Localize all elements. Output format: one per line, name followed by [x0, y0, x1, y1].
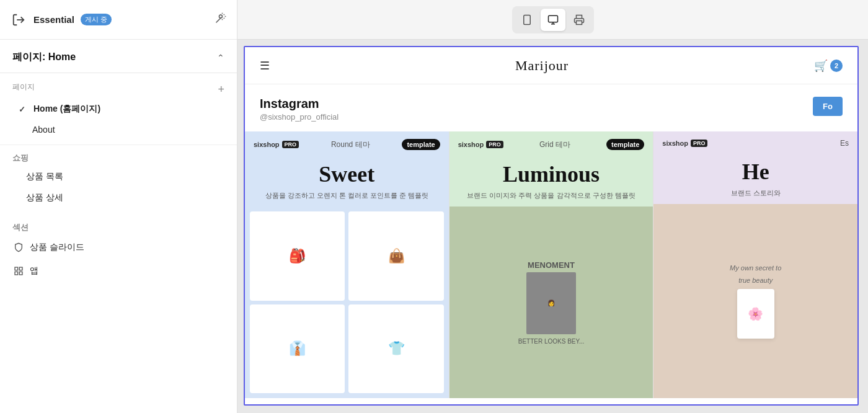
brand-pro-luminous: PRO	[486, 141, 503, 148]
card-header-he: sixshop PRO Es	[653, 131, 857, 154]
about-page-label: About	[32, 125, 55, 135]
brand-name-sweet: sixshop	[254, 141, 280, 148]
card-brand-luminous: sixshop PRO	[458, 141, 503, 148]
card-type-he: Es	[840, 139, 849, 148]
product-list-label: 상품 목록	[26, 171, 63, 182]
shield-icon	[12, 241, 25, 254]
sidebar-header-left: Essential 게시 중	[10, 11, 112, 29]
card-brand-he: sixshop PRO	[662, 140, 707, 147]
svg-rect-11	[576, 20, 582, 24]
card-brand-sweet: sixshop PRO	[254, 141, 299, 148]
template-badge-sweet: template	[402, 139, 440, 150]
page-section-title: 페이지: Home	[12, 51, 76, 64]
sidebar-item-product-detail[interactable]: 상품 상세	[6, 187, 231, 208]
instagram-handle: @sixshop_pro_official	[260, 112, 339, 122]
svg-rect-8	[548, 16, 557, 22]
sidebar-item-product-list[interactable]: 상품 목록	[6, 166, 231, 187]
home-page-label: Home (홈페이지)	[33, 104, 100, 115]
template-cards: sixshop PRO Round 테마 template Sweet 상품을 …	[245, 131, 857, 398]
preview-frame: ☰ Marijour 🛒 2 Instagram @sixshop_pro_of…	[244, 46, 859, 406]
follow-button[interactable]: Fo	[813, 97, 843, 116]
svg-line-1	[216, 17, 221, 22]
template-card-he: sixshop PRO Es He 브랜드 스토리와 My own secret…	[653, 131, 857, 398]
app-label: 앱	[30, 265, 38, 277]
preview-container: ☰ Marijour 🛒 2 Instagram @sixshop_pro_of…	[237, 40, 868, 413]
card-desc-luminous: 브랜드 이미지와 주력 상품을 감각적으로 구성한 템플릿	[450, 191, 653, 206]
sidebar-content: 페이지: Home ⌃ 페이지 + ✓ Home (홈페이지) About 쇼핑…	[0, 40, 237, 413]
pages-group-header: 페이지 +	[12, 82, 224, 96]
card-type-sweet: Round 테마	[331, 140, 370, 150]
card-image-luminous: MENOMENT 👩 BETTER LOOKS BEY...	[450, 206, 653, 398]
chevron-up-icon[interactable]: ⌃	[217, 53, 224, 63]
shopping-section: 쇼핑 상품 목록 상품 상세	[0, 145, 237, 213]
card-title-sweet: Sweet	[245, 156, 449, 191]
sidebar: Essential 게시 중 페이지: Home ⌃ 페이지 + ✓ Home …	[0, 0, 237, 413]
card-title-he: He	[653, 154, 857, 189]
cart-icon[interactable]: 🛒	[814, 59, 828, 73]
device-switcher	[512, 6, 594, 33]
svg-rect-2	[15, 267, 18, 270]
product-slide-label: 상품 슬라이드	[30, 242, 84, 253]
wand-icon[interactable]	[215, 12, 227, 27]
topbar	[237, 0, 868, 40]
hamburger-icon[interactable]: ☰	[260, 59, 270, 73]
pages-label: 페이지	[12, 82, 35, 92]
pages-group: 페이지 + ✓ Home (홈페이지) About	[0, 73, 237, 145]
status-badge: 게시 중	[81, 14, 112, 25]
shopping-label: 쇼핑	[0, 145, 237, 166]
product-detail-label: 상품 상세	[26, 192, 63, 203]
main-area: ☰ Marijour 🛒 2 Instagram @sixshop_pro_of…	[237, 0, 868, 413]
grid-icon	[12, 265, 25, 277]
check-icon: ✓	[19, 105, 29, 114]
preview-content: Instagram @sixshop_pro_official Fo sixsh…	[245, 84, 857, 404]
instagram-section: Instagram @sixshop_pro_official Fo	[245, 84, 857, 131]
mobile-view-button[interactable]	[515, 9, 539, 31]
brand-name-he: sixshop	[662, 140, 688, 147]
card-image-he: My own secret to true beauty 🌸	[653, 204, 857, 398]
template-card-sweet: sixshop PRO Round 테마 template Sweet 상품을 …	[245, 131, 450, 398]
sidebar-item-app[interactable]: 앱	[6, 259, 231, 283]
sections-label: 섹션	[0, 213, 237, 236]
cart-badge: 2	[830, 60, 843, 72]
page-section-header: 페이지: Home ⌃	[0, 40, 237, 73]
cart-area: 🛒 2	[814, 59, 843, 73]
svg-rect-5	[15, 272, 18, 275]
sidebar-item-home[interactable]: ✓ Home (홈페이지)	[12, 99, 224, 120]
svg-rect-4	[19, 272, 22, 275]
brand-pro-sweet: PRO	[282, 141, 299, 148]
desktop-view-button[interactable]	[541, 9, 565, 31]
brand-name-luminous: sixshop	[458, 141, 484, 148]
brand-pro-he: PRO	[691, 140, 708, 147]
site-logo: Marijour	[515, 58, 569, 74]
site-name: Essential	[33, 14, 74, 25]
sidebar-item-product-slide[interactable]: 상품 슬라이드	[6, 236, 231, 259]
template-badge-luminous: template	[606, 139, 644, 150]
svg-rect-3	[19, 267, 22, 270]
add-page-button[interactable]: +	[218, 84, 224, 95]
print-view-button[interactable]	[567, 9, 591, 31]
sidebar-header: Essential 게시 중	[0, 0, 237, 40]
site-header: ☰ Marijour 🛒 2	[245, 47, 857, 84]
instagram-title: Instagram	[260, 97, 339, 111]
instagram-info: Instagram @sixshop_pro_official	[260, 97, 339, 122]
exit-icon[interactable]	[10, 11, 27, 29]
card-header-sweet: sixshop PRO Round 테마 template	[245, 131, 449, 156]
card-title-luminous: Luminous	[450, 156, 653, 191]
sidebar-item-about[interactable]: About	[12, 120, 224, 140]
card-header-luminous: sixshop PRO Grid 테마 template	[450, 131, 653, 156]
card-type-luminous: Grid 테마	[539, 140, 570, 150]
card-desc-he: 브랜드 스토리와	[653, 189, 857, 204]
card-desc-sweet: 상품을 강조하고 오렌지 톤 컬러로 포인트를 준 템플릿	[245, 191, 449, 206]
card-image-sweet: 🎒 👜 👔 👕	[245, 206, 449, 398]
sections-group: 섹션 상품 슬라이드	[0, 213, 237, 288]
template-card-luminous: sixshop PRO Grid 테마 template Luminous 브랜…	[450, 131, 654, 398]
